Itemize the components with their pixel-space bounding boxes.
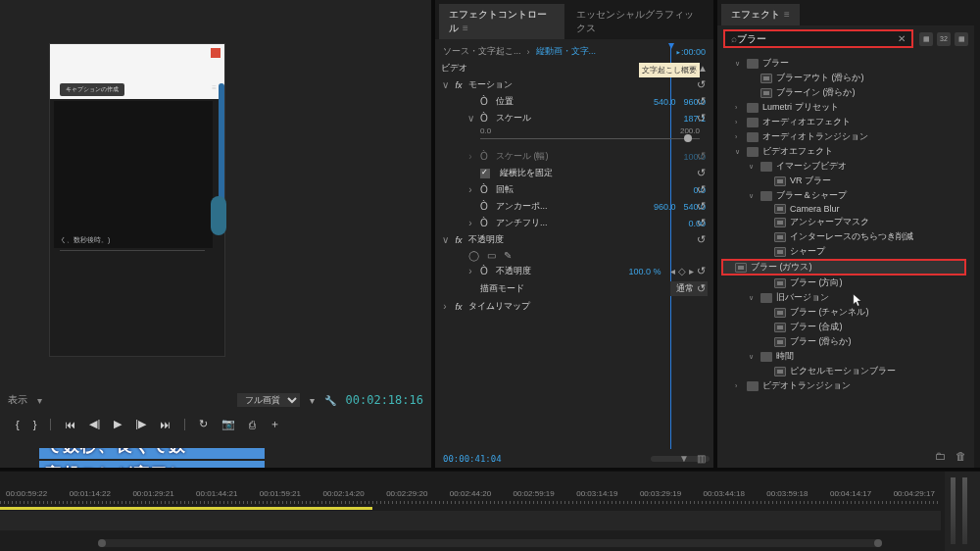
effect-ブラー (チャンネル)[interactable]: ブラー (チャンネル): [721, 305, 972, 320]
eye-icon[interactable]: ▲: [698, 63, 708, 74]
pane-divider[interactable]: [0, 468, 980, 471]
new-bin-icon[interactable]: 🗀: [935, 450, 946, 462]
tab-effect-controls[interactable]: エフェクトコントロール≡: [439, 4, 564, 39]
disclosure-icon[interactable]: ›: [735, 382, 743, 389]
folder-イマーシブビデオ[interactable]: ∨イマーシブビデオ: [721, 159, 972, 174]
panel-menu-icon[interactable]: ≡: [463, 23, 468, 33]
scale-row[interactable]: ∨Òスケール187.1↺: [441, 110, 708, 126]
time-ruler[interactable]: 00:00:59:2200:01:14:2200:01:29:2100:01:4…: [0, 489, 941, 503]
tab-essential-graphics[interactable]: エッセンシャルグラフィックス: [566, 4, 710, 39]
folder-ビデオトランジション[interactable]: ›ビデオトランジション: [721, 378, 972, 393]
stopwatch-icon[interactable]: Ò: [480, 201, 490, 212]
mask-icons-row[interactable]: ◯▭✎: [441, 248, 708, 263]
effect-ピクセルモーションブラー[interactable]: ピクセルモーションブラー: [721, 364, 972, 378]
ellipse-mask-icon[interactable]: ◯: [468, 250, 479, 261]
folder-ビデオエフェクト[interactable]: ∨ビデオエフェクト: [721, 144, 972, 159]
stopwatch-icon[interactable]: Ò: [480, 266, 490, 276]
pen-mask-icon[interactable]: ✎: [504, 250, 512, 261]
tab-effects[interactable]: エフェクト≡: [721, 4, 800, 25]
sequence-link[interactable]: 縦動画・文字...: [536, 45, 597, 58]
position-row[interactable]: Ò位置540.0960.0↺: [441, 93, 708, 110]
reset-icon[interactable]: ↺: [697, 265, 706, 277]
mark-out-button[interactable]: }: [33, 419, 37, 430]
reset-icon[interactable]: ↺: [697, 167, 706, 179]
blend-mode-row[interactable]: 描画モード通常↺: [441, 279, 708, 298]
step-back-button[interactable]: ◀|: [89, 418, 100, 430]
motion-group[interactable]: ∨fxモーション↺: [441, 76, 708, 93]
panel-menu-icon[interactable]: ≡: [784, 9, 790, 20]
folder-ブラー＆シャープ[interactable]: ∨ブラー＆シャープ: [721, 188, 972, 203]
keyframe-nav-icon[interactable]: ◂ ◇ ▸: [670, 266, 694, 276]
reset-icon[interactable]: ↺: [697, 282, 706, 295]
effect-ブラー (ガウス)[interactable]: ブラー (ガウス): [721, 259, 966, 276]
folder-時間[interactable]: ∨時間: [721, 349, 972, 364]
stopwatch-icon[interactable]: Ò: [480, 184, 490, 195]
disclosure-icon[interactable]: ∨: [749, 294, 757, 302]
32bit-filter-icon[interactable]: 32: [937, 32, 951, 46]
add-button[interactable]: ＋: [270, 417, 280, 431]
monitor-timecode[interactable]: 00:02:18:16: [346, 393, 423, 407]
disclosure-icon[interactable]: ∨: [735, 60, 743, 68]
stopwatch-icon[interactable]: Ò: [480, 96, 490, 107]
disclosure-icon[interactable]: ∨: [749, 353, 757, 361]
playhead-icon[interactable]: [668, 43, 674, 49]
camera-icon[interactable]: 📷: [221, 418, 235, 430]
go-last-button[interactable]: ⏭: [160, 419, 171, 430]
disclosure-icon[interactable]: ›: [735, 119, 743, 125]
folder-ブラー[interactable]: ∨ブラー: [721, 56, 972, 71]
export-frame-button[interactable]: ⎙: [249, 419, 256, 430]
effects-toggle-icon[interactable]: ▥: [697, 453, 706, 464]
reset-icon[interactable]: ↺: [697, 78, 706, 91]
work-area-bar[interactable]: [0, 507, 372, 510]
pane-divider[interactable]: [713, 0, 717, 468]
stopwatch-icon[interactable]: Ò: [480, 113, 490, 124]
ec-timecode[interactable]: 00:00:41:04: [443, 454, 502, 464]
effect-ブラー (滑らか)[interactable]: ブラー (滑らか): [721, 334, 972, 349]
mark-in-button[interactable]: {: [16, 419, 20, 430]
effect-インターレースのちらつき削減[interactable]: インターレースのちらつき削減: [721, 229, 972, 244]
reset-icon[interactable]: ↺: [697, 112, 706, 125]
close-icon[interactable]: [211, 48, 220, 58]
effect-Camera Blur[interactable]: Camera Blur: [721, 203, 972, 215]
track-area[interactable]: [0, 511, 941, 530]
time-remap-group[interactable]: ›fxタイムリマップ: [441, 298, 708, 315]
scale-slider[interactable]: 0.0200.0: [480, 128, 700, 146]
disclosure-icon[interactable]: ›: [735, 133, 743, 140]
clear-search-icon[interactable]: ✕: [898, 33, 906, 44]
hamburger-icon[interactable]: ≡: [212, 83, 217, 92]
go-first-button[interactable]: ⏮: [65, 419, 75, 430]
loop-button[interactable]: ↻: [199, 418, 208, 430]
effect-ブラーイン (滑らか)[interactable]: ブラーイン (滑らか): [721, 85, 972, 100]
wrench-icon[interactable]: 🔧: [324, 395, 336, 406]
disclosure-icon[interactable]: ›: [735, 104, 743, 111]
uniform-scale-row[interactable]: 縦横比を固定↺: [441, 165, 708, 181]
effect-シャープ[interactable]: シャープ: [721, 244, 972, 259]
effect-ブラー (合成)[interactable]: ブラー (合成): [721, 320, 972, 334]
stopwatch-icon[interactable]: Ò: [480, 218, 490, 228]
zoom-scrollbar[interactable]: [98, 539, 882, 547]
search-input[interactable]: [737, 33, 894, 44]
opacity-group[interactable]: ∨fx不透明度↺: [441, 231, 708, 248]
folder-オーディオエフェクト[interactable]: ›オーディオエフェクト: [721, 115, 972, 129]
delete-icon[interactable]: 🗑: [956, 450, 966, 462]
reset-icon[interactable]: ↺: [697, 95, 706, 108]
reset-icon[interactable]: ↺: [697, 217, 706, 229]
folder-Lumetri プリセット[interactable]: ›Lumetri プリセット: [721, 100, 972, 115]
yuv-filter-icon[interactable]: ▦: [955, 32, 968, 46]
reset-icon[interactable]: ↺: [697, 200, 706, 213]
reset-icon[interactable]: ↺: [697, 183, 706, 196]
rotation-row[interactable]: ›Ò回転0.0↺: [441, 181, 708, 198]
anchor-row[interactable]: Òアンカーポ...960.0540.0↺: [441, 198, 708, 215]
folder-オーディオトランジション[interactable]: ›オーディオトランジション: [721, 129, 972, 144]
effect-アンシャープマスク[interactable]: アンシャープマスク: [721, 215, 972, 229]
step-fwd-button[interactable]: |▶: [135, 418, 146, 430]
fit-select[interactable]: フル画質: [237, 393, 300, 407]
effect-VR ブラー[interactable]: VR ブラー: [721, 174, 972, 188]
disclosure-icon[interactable]: ∨: [749, 163, 757, 171]
play-button[interactable]: ▶: [114, 418, 122, 430]
opacity-value-row[interactable]: ›Ò不透明度100.0 %↺◂ ◇ ▸: [441, 263, 708, 279]
reset-icon[interactable]: ↺: [697, 233, 706, 246]
rect-mask-icon[interactable]: ▭: [487, 250, 496, 261]
accelerated-filter-icon[interactable]: ▦: [919, 32, 933, 46]
preview-scrollbar[interactable]: [219, 83, 224, 211]
